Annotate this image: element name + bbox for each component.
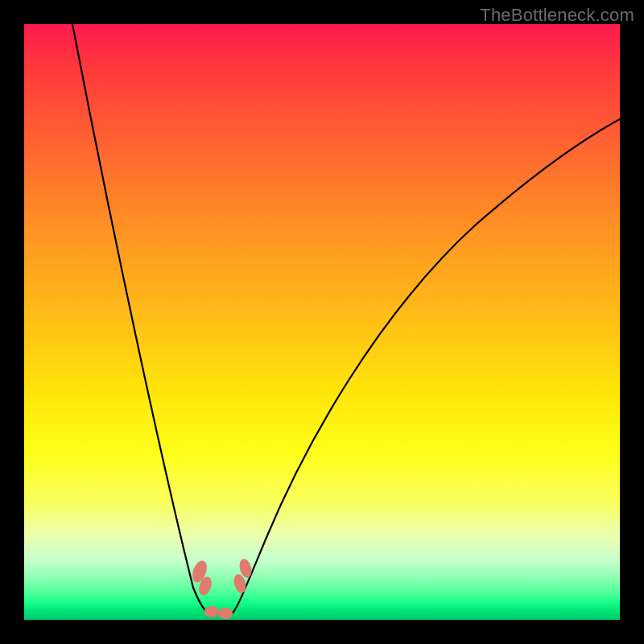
marker-dot [204,606,219,617]
marker-group [190,558,254,619]
bottleneck-curve [24,24,620,620]
marker-dot [218,608,233,619]
plot-area [24,24,620,620]
curve-left-branch [72,24,209,613]
curve-right-branch [232,119,620,613]
watermark-text: TheBottleneck.com [480,5,634,26]
